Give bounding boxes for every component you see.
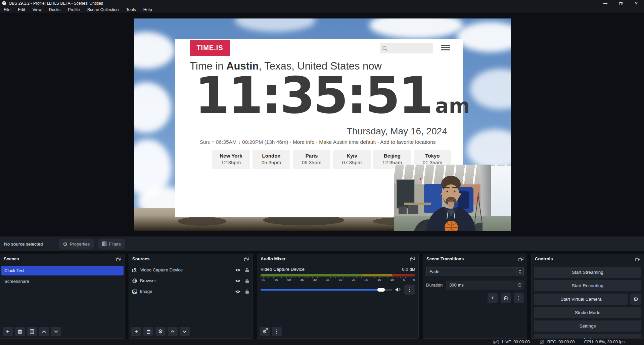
scenes-panel-header[interactable]: Scenes (0, 254, 125, 264)
remove-source-button[interactable] (143, 327, 153, 336)
sources-panel-header[interactable]: Sources (129, 254, 252, 264)
settings-button[interactable]: Settings (534, 320, 641, 332)
add-transition-button[interactable]: + (488, 293, 498, 303)
window-title: OBS 29.1.2 - Profile: LLHLS BETA - Scene… (9, 1, 103, 6)
virtual-camera-settings-button[interactable]: ⚙ (630, 294, 641, 305)
scene-item-clock-test[interactable]: Clock Test (1, 266, 124, 275)
menu-file[interactable]: File (0, 6, 14, 13)
make-default-link: Make Austin time default (319, 139, 376, 145)
popout-icon (518, 257, 523, 261)
popout-icon (635, 257, 640, 261)
popout-icon (244, 257, 249, 261)
scene-transitions-panel: Scene Transitions Fade Duration 300 ms (423, 254, 527, 339)
move-scene-down-button[interactable] (51, 327, 61, 336)
filters-button[interactable]: Filters (98, 239, 125, 249)
source-properties-button[interactable]: ⚙ (155, 327, 166, 336)
lock-icon[interactable] (245, 289, 249, 294)
controls-panel: Controls Start Streaming Start Recording… (531, 254, 644, 339)
move-scene-up-button[interactable] (39, 327, 49, 336)
audio-mixer-header[interactable]: Audio Mixer (257, 254, 418, 264)
properties-button[interactable]: ⚙ Properties (59, 239, 94, 249)
favorites-link: Add to favorite locations (380, 139, 435, 145)
globe-icon (132, 278, 137, 283)
volume-slider[interactable] (261, 289, 392, 291)
spin-down-icon[interactable] (518, 286, 521, 287)
search-icon (382, 46, 388, 51)
menu-edit[interactable]: Edit (14, 6, 29, 13)
source-item-video-capture[interactable]: Video Capture Device (129, 265, 252, 275)
scene-transitions-header[interactable]: Scene Transitions (423, 254, 527, 264)
spin-up-icon[interactable] (518, 283, 521, 285)
trash-icon (504, 296, 508, 300)
menu-view[interactable]: View (29, 6, 45, 13)
add-source-button[interactable]: + (131, 327, 141, 336)
lock-icon[interactable] (245, 278, 249, 283)
clock-time: 11:35:51am (195, 70, 470, 121)
city-tile: London05:35pm (252, 150, 290, 169)
record-inactive-icon (539, 340, 545, 344)
lock-icon[interactable] (245, 268, 249, 272)
live-status: LIVE: 00:00:00 (493, 340, 530, 344)
move-source-down-button[interactable] (180, 327, 190, 336)
restore-button[interactable] (613, 0, 629, 6)
scene-item-screenshare[interactable]: Screenshare (0, 276, 125, 286)
speaker-icon[interactable] (395, 287, 401, 292)
advanced-audio-button[interactable]: ⚙⚙ (260, 327, 270, 336)
remove-transition-button[interactable] (501, 293, 511, 303)
volume-slider-handle[interactable] (377, 288, 385, 292)
chevron-up-icon (42, 330, 46, 333)
menu-scene-collection[interactable]: Scene Collection (84, 6, 123, 13)
search-input (380, 43, 433, 53)
double-gear-icon: ⚙⚙ (263, 329, 267, 334)
volume-meter (261, 274, 415, 276)
studio-mode-button[interactable]: Studio Mode (534, 307, 641, 318)
clock-meridiem: am (435, 94, 470, 118)
scene-filters-button[interactable] (27, 327, 37, 336)
source-context-toolbar: No source selected ⚙ Properties Filters (0, 236, 644, 252)
eye-icon[interactable] (235, 279, 241, 283)
sources-panel: Sources Video Capture Device Browser (129, 254, 253, 339)
transition-select[interactable]: Fade (426, 267, 524, 276)
gear-icon: ⚙ (63, 242, 67, 247)
mixer-db-value: 0.0 dB (402, 267, 415, 272)
preview-canvas[interactable]: TIME.IS Time in Austin, Texas, United St… (134, 18, 511, 231)
city-tile: Kyiv07:35pm (333, 150, 371, 169)
eye-icon[interactable] (235, 268, 241, 272)
dock-area: Scenes Clock Test Screenshare + (0, 252, 644, 339)
mixer-menu-button[interactable]: ⋮ (272, 327, 282, 336)
filter-icon (30, 329, 34, 334)
obs-window: OBS 29.1.2 - Profile: LLHLS BETA - Scene… (0, 0, 644, 345)
controls-header[interactable]: Controls (532, 254, 644, 264)
meter-scale: -60-55-50-45-40-35-30-25-20-15-10-50 (261, 278, 415, 282)
chevron-down-icon (519, 272, 521, 274)
transition-properties-button[interactable]: ⋮ (514, 293, 524, 303)
menu-tools[interactable]: Tools (123, 6, 140, 13)
trash-icon (18, 329, 22, 334)
mixer-channel-name: Video Capture Device (261, 267, 305, 272)
city-tile: New York12:35pm (212, 150, 250, 169)
image-icon (132, 290, 137, 294)
city-tile: Paris06:35pm (293, 150, 330, 169)
menu-profile[interactable]: Profile (64, 6, 83, 13)
start-virtual-camera-button[interactable]: Start Virtual Camera (534, 294, 628, 305)
add-scene-button[interactable]: + (3, 327, 13, 336)
close-button[interactable]: ✕ (629, 0, 644, 6)
remove-scene-button[interactable] (15, 327, 25, 336)
hamburger-menu-icon (441, 45, 450, 52)
source-item-browser[interactable]: Browser (129, 276, 252, 286)
move-source-up-button[interactable] (168, 327, 178, 336)
menu-help[interactable]: Help (140, 6, 156, 13)
mixer-channel-menu-button[interactable]: ⋮ (404, 285, 415, 295)
menu-docks[interactable]: Docks (45, 6, 64, 13)
start-streaming-button[interactable]: Start Streaming (534, 267, 641, 278)
stream-inactive-icon (493, 340, 499, 344)
start-recording-button[interactable]: Start Recording (534, 280, 641, 291)
eye-icon[interactable] (235, 290, 241, 294)
webcam-person (394, 165, 511, 231)
trash-icon (146, 329, 151, 334)
duration-spinbox[interactable]: 300 ms (446, 281, 524, 290)
source-item-image[interactable]: Image (129, 287, 252, 296)
combo-chevrons (516, 267, 523, 276)
filter-icon (102, 242, 106, 246)
minimize-button[interactable]: — (598, 0, 613, 6)
